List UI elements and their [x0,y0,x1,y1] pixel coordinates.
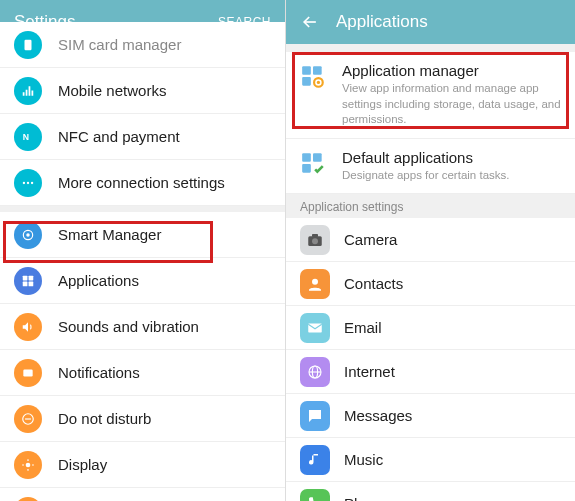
card-subtitle: Designate apps for certain tasks. [342,168,509,184]
card-title: Application manager [342,62,561,79]
contacts-icon [300,269,330,299]
back-button[interactable] [300,12,320,32]
svg-point-2 [23,181,25,183]
app-row-music[interactable]: Music [286,438,575,482]
app-row-email[interactable]: Email [286,306,575,350]
sim-icon [14,31,42,59]
list-item-display[interactable]: Display [0,442,285,488]
svg-rect-26 [302,77,311,86]
phone-icon [300,489,330,501]
app-row-internet[interactable]: Internet [286,350,575,394]
edge-icon [14,497,42,502]
list-item-applications[interactable]: Applications [0,258,285,304]
app-row-phone[interactable]: Phone [286,482,575,501]
list-label: More connection settings [58,173,225,193]
svg-rect-29 [302,153,311,162]
app-label: Music [344,451,383,468]
list-item-dnd[interactable]: Do not disturb [0,396,285,442]
music-icon [300,445,330,475]
svg-rect-15 [25,418,31,419]
card-application-manager[interactable]: Application manager View app information… [286,52,575,139]
applications-panel: Applications Application manager View ap… [286,0,575,501]
list-label: Mobile networks [58,81,166,101]
applications-title: Applications [336,12,561,32]
svg-rect-10 [29,281,34,286]
app-manager-icon [300,64,328,92]
svg-rect-0 [25,39,32,50]
svg-rect-9 [23,281,28,286]
list-label: SIM card manager [58,35,181,55]
list-label: Applications [58,271,139,291]
svg-rect-7 [23,275,28,280]
list-label: Display [58,455,107,475]
list-label: Smart Manager [58,225,161,245]
messages-icon [300,401,330,431]
svg-rect-24 [302,66,311,75]
svg-point-33 [312,238,318,244]
applications-header: Applications [286,0,575,44]
section-header-app-settings: Application settings [286,194,575,218]
list-label: NFC and payment [58,127,180,147]
card-subtitle: View app information and manage app sett… [342,81,561,128]
svg-point-28 [317,81,320,84]
svg-rect-34 [312,234,318,237]
card-title: Default applications [342,149,509,166]
more-icon [14,169,42,197]
svg-rect-36 [308,323,322,332]
list-item-notifications[interactable]: Notifications [0,350,285,396]
svg-rect-30 [313,153,322,162]
svg-point-4 [31,181,33,183]
svg-point-35 [312,278,318,284]
notif-icon [14,359,42,387]
settings-list: SIM card manager Mobile networks N NFC a… [0,22,285,501]
default-apps-icon [300,151,328,179]
signal-icon [14,77,42,105]
card-default-applications[interactable]: Default applications Designate apps for … [286,139,575,195]
app-label: Phone [344,495,387,501]
list-item-mobile-networks[interactable]: Mobile networks [0,68,285,114]
list-label: Notifications [58,363,140,383]
app-label: Messages [344,407,412,424]
dnd-icon [14,405,42,433]
svg-rect-12 [25,371,31,372]
svg-rect-31 [302,164,311,173]
app-row-camera[interactable]: Camera [286,218,575,262]
internet-icon [300,357,330,387]
app-label: Email [344,319,382,336]
sound-icon [14,313,42,341]
svg-point-6 [26,233,30,237]
email-icon [300,313,330,343]
apps-icon [14,267,42,295]
svg-rect-25 [313,66,322,75]
app-row-contacts[interactable]: Contacts [286,262,575,306]
list-item-sim[interactable]: SIM card manager [0,22,285,68]
list-label: Do not disturb [58,409,151,429]
list-item-nfc[interactable]: N NFC and payment [0,114,285,160]
app-label: Internet [344,363,395,380]
svg-rect-13 [25,373,29,374]
camera-icon [300,225,330,255]
svg-rect-8 [29,275,34,280]
app-label: Camera [344,231,397,248]
list-label: Sounds and vibration [58,317,199,337]
svg-text:N: N [23,132,29,142]
svg-point-3 [27,181,29,183]
nfc-icon: N [14,123,42,151]
svg-point-16 [26,462,31,467]
app-label: Contacts [344,275,403,292]
list-item-smart-manager[interactable]: Smart Manager [0,212,285,258]
list-item-sounds[interactable]: Sounds and vibration [0,304,285,350]
display-icon [14,451,42,479]
app-row-messages[interactable]: Messages [286,394,575,438]
list-item-edge[interactable]: Edge screen [0,488,285,501]
settings-panel: Settings SEARCH SIM card manager Mobile … [0,0,286,501]
list-item-more-connection[interactable]: More connection settings [0,160,285,206]
smartmgr-icon [14,221,42,249]
